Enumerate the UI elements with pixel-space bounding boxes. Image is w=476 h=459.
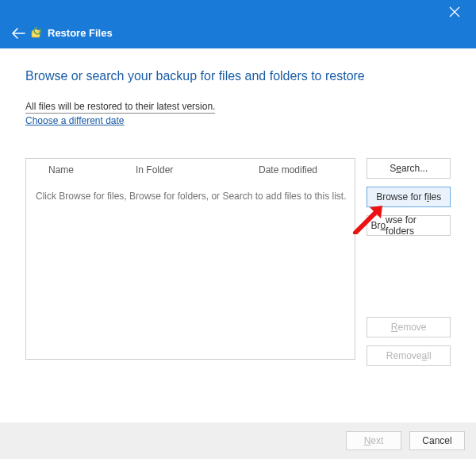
close-button[interactable] — [449, 6, 462, 19]
title-bar: Restore Files — [0, 0, 476, 48]
version-line: All files will be restored to their late… — [25, 101, 451, 114]
browse-for-files-button[interactable]: Browse for files — [367, 187, 451, 207]
file-list[interactable]: Name In Folder Date modified Click Brows… — [25, 158, 355, 360]
restore-icon — [30, 25, 44, 42]
remove-button: Remove — [367, 317, 451, 338]
column-in-folder[interactable]: In Folder — [136, 164, 259, 176]
cancel-button[interactable]: Cancel — [409, 431, 465, 450]
browse-for-folders-button[interactable]: Browse for folders — [367, 215, 451, 236]
remove-all-button: Remove all — [367, 345, 451, 366]
column-date-modified[interactable]: Date modified — [259, 164, 355, 176]
column-name[interactable]: Name — [48, 164, 136, 176]
empty-list-message: Click Browse for files, Browse for folde… — [26, 181, 355, 202]
window-title: Restore Files — [48, 27, 113, 39]
page-heading: Browse or search your backup for files a… — [25, 69, 451, 83]
side-buttons: Search... Browse for files Browse for fo… — [367, 158, 451, 366]
footer-bar: Next Cancel — [0, 422, 476, 459]
version-text: All files will be restored to their late… — [25, 101, 215, 114]
back-button[interactable] — [11, 28, 25, 41]
search-button[interactable]: Search... — [367, 158, 451, 179]
list-header: Name In Folder Date modified — [26, 159, 355, 181]
next-button: Next — [346, 431, 401, 450]
content-area: Browse or search your backup for files a… — [0, 48, 476, 366]
choose-date-link[interactable]: Choose a different date — [25, 115, 125, 126]
